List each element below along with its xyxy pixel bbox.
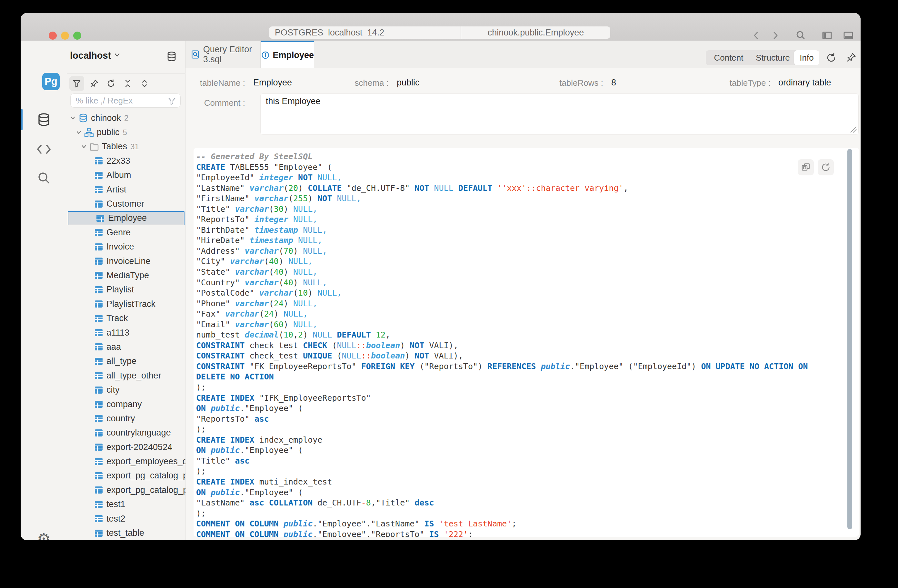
- tree-item-city[interactable]: city: [67, 383, 186, 397]
- rail-search-button[interactable]: [21, 167, 67, 190]
- field-label-tabletype: tableType :: [705, 78, 770, 89]
- field-value-tabletype[interactable]: ordinary table: [778, 78, 831, 89]
- table-icon: [94, 471, 103, 481]
- tree-item-label: Tables: [102, 141, 127, 152]
- tree-item-playlisttrack[interactable]: PlaylistTrack: [67, 297, 186, 311]
- tree-item-company[interactable]: company: [67, 397, 186, 411]
- field-value-schema[interactable]: public: [397, 78, 420, 89]
- tree-item-country[interactable]: country: [67, 411, 186, 425]
- tree-item-label: company: [106, 399, 142, 409]
- field-value-tablename[interactable]: Employee: [253, 78, 292, 89]
- database-list-icon[interactable]: [166, 51, 177, 62]
- history-forward-icon[interactable]: [770, 30, 781, 41]
- pin-tab-button[interactable]: [846, 52, 858, 64]
- vertical-scrollbar[interactable]: [847, 149, 852, 529]
- tree-item-playlist[interactable]: Playlist: [67, 283, 186, 297]
- connection-name[interactable]: localhost: [70, 50, 121, 61]
- expand-all-button[interactable]: [137, 76, 152, 91]
- tree-item-export_pg_catalog_p[interactable]: export_pg_catalog_p: [67, 483, 186, 497]
- connection-header: localhost: [67, 41, 186, 74]
- filter-funnel-icon[interactable]: [168, 97, 177, 105]
- toggle-bottom-panel-icon[interactable]: [843, 30, 854, 41]
- resize-grip-icon[interactable]: [849, 125, 857, 133]
- folder-icon: [89, 142, 99, 152]
- rail-query-editor-button[interactable]: [21, 138, 67, 161]
- tree-item-label: Artist: [106, 185, 126, 195]
- tree-item-label: chinook: [91, 113, 121, 123]
- tree-item-all_type_other[interactable]: all_type_other: [67, 368, 186, 383]
- tree-item-track[interactable]: Track: [67, 311, 186, 325]
- minimize-window-button[interactable]: [61, 32, 69, 40]
- tree-item-export_employees_de[interactable]: export_employees_de: [67, 454, 186, 468]
- table-icon: [94, 457, 103, 467]
- chevron-down-icon[interactable]: [69, 114, 77, 121]
- tree-item-test_table[interactable]: test_table: [67, 526, 186, 540]
- sql-line: "EmployeeId" integer NOT NULL,: [196, 172, 844, 183]
- rail-database-explorer-button[interactable]: [21, 108, 67, 131]
- tree-item-album[interactable]: Album: [67, 168, 186, 183]
- toggle-sidebar-icon[interactable]: [821, 30, 833, 41]
- tree-item-label: Employee: [108, 213, 147, 223]
- tree-item-artist[interactable]: Artist: [67, 183, 186, 197]
- tree-item-22x33[interactable]: 22x33: [67, 154, 186, 168]
- tree-item-employee[interactable]: Employee: [68, 211, 185, 225]
- tree-item-a1113[interactable]: a1113: [67, 325, 186, 340]
- sql-line: CONSTRAINT check_test UNIQUE (NULL::bool…: [196, 351, 844, 361]
- collapse-all-button[interactable]: [120, 76, 135, 91]
- tree-item-test1[interactable]: test1: [67, 497, 186, 511]
- pin-button[interactable]: [87, 76, 101, 91]
- table-filter-input[interactable]: % like ,/ RegEx: [70, 94, 181, 107]
- expand-all-icon: [140, 79, 149, 88]
- tree-item-export-20240524[interactable]: export-20240524: [67, 440, 186, 454]
- tree-item-invoiceline[interactable]: InvoiceLine: [67, 254, 186, 268]
- history-back-icon[interactable]: [750, 30, 762, 41]
- reload-ddl-button[interactable]: [818, 159, 834, 175]
- tree-item-customer[interactable]: Customer: [67, 197, 186, 211]
- title-bar[interactable]: POSTGRES localhost 14.2 chinook.public.E…: [21, 13, 861, 41]
- refresh-button[interactable]: [103, 76, 118, 91]
- tree-item-all_type[interactable]: all_type: [67, 354, 186, 368]
- field-label-tablerows: tableRows :: [537, 78, 603, 89]
- sql-line: );: [196, 466, 844, 477]
- view-content-button[interactable]: Content: [706, 50, 752, 65]
- view-info-button[interactable]: Info: [794, 50, 819, 65]
- tree-item-aaa[interactable]: aaa: [67, 340, 186, 354]
- maximize-window-button[interactable]: [73, 32, 81, 40]
- table-icon: [94, 528, 103, 538]
- copy-sql-button[interactable]: [798, 159, 814, 175]
- tree-item-invoice[interactable]: Invoice: [67, 240, 186, 254]
- ddl-panel[interactable]: -- Generated By SteelSQLCREATE TABLE555 …: [194, 147, 859, 537]
- chevron-down-icon[interactable]: [80, 143, 88, 150]
- chevron-down-icon[interactable]: [75, 129, 82, 136]
- tree-item-public[interactable]: public5: [67, 125, 186, 139]
- tree-item-label: test2: [106, 514, 126, 524]
- postgres-logo[interactable]: Pg: [42, 73, 60, 90]
- table-icon: [94, 156, 103, 166]
- table-icon: [94, 256, 103, 266]
- tree-item-label: all_type: [106, 356, 137, 366]
- filter-button[interactable]: [69, 76, 84, 91]
- tree-item-test2[interactable]: test2: [67, 511, 186, 526]
- sql-line: );: [196, 508, 844, 519]
- tree-item-export_pg_catalog_p[interactable]: export_pg_catalog_p: [67, 469, 186, 483]
- refresh-table-button[interactable]: [826, 52, 837, 64]
- search-icon[interactable]: [795, 30, 806, 41]
- close-window-button[interactable]: [49, 32, 57, 40]
- tree-item-count: 2: [124, 114, 128, 123]
- tree-item-mediatype[interactable]: MediaType: [67, 268, 186, 282]
- tree-item-countrylanguage[interactable]: countrylanguage: [67, 426, 186, 440]
- view-structure-button[interactable]: Structure: [752, 50, 794, 65]
- tree-item-genre[interactable]: Genre: [67, 225, 186, 239]
- sql-line: CREATE INDEX index_employe: [196, 435, 844, 445]
- field-value-tablerows[interactable]: 8: [611, 78, 616, 89]
- sql-line: "ReportsTo" asc: [196, 414, 844, 425]
- tree-item-tables[interactable]: Tables31: [67, 140, 186, 154]
- rail-settings-button[interactable]: ⚙: [21, 527, 67, 540]
- gear-icon: ⚙: [37, 530, 50, 540]
- tab-query-editor[interactable]: Query Editor 3.sql: [189, 41, 261, 68]
- table-icon: [94, 514, 103, 524]
- tree-item-label: PlaylistTrack: [106, 299, 155, 309]
- tab-employee-active[interactable]: Employee: [261, 41, 314, 68]
- tree-item-chinook[interactable]: chinook2: [67, 111, 186, 125]
- comment-textarea[interactable]: this Employee: [260, 94, 859, 135]
